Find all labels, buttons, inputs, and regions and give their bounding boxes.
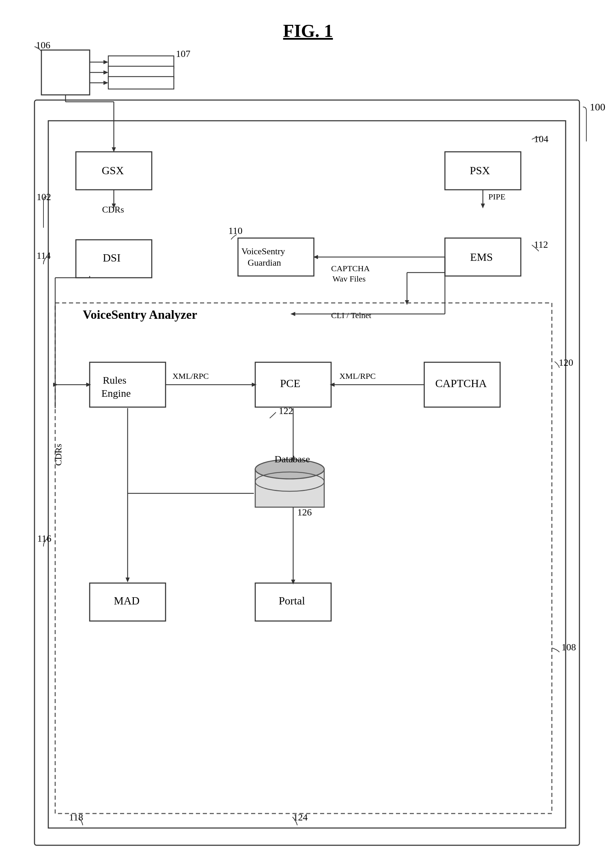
svg-rect-86 [255, 583, 331, 621]
svg-rect-29 [445, 238, 521, 276]
svg-rect-23 [445, 152, 521, 190]
svg-text:PSX: PSX [470, 164, 490, 177]
svg-rect-4 [41, 50, 90, 95]
svg-marker-13 [104, 81, 108, 85]
svg-text:CAPTCHA: CAPTCHA [435, 377, 487, 390]
svg-rect-8 [108, 56, 174, 68]
svg-rect-62 [424, 362, 500, 407]
svg-marker-27 [481, 203, 485, 208]
svg-text:116: 116 [37, 533, 51, 544]
svg-rect-14 [108, 77, 174, 89]
svg-rect-11 [108, 66, 174, 79]
svg-marker-55 [291, 312, 295, 316]
svg-text:122: 122 [279, 405, 293, 416]
svg-rect-59 [255, 362, 331, 407]
svg-text:Rules: Rules [103, 374, 126, 386]
svg-marker-82 [126, 577, 130, 582]
svg-text:100: 100 [590, 101, 605, 112]
diagram-svg: 100 102 106 107 GSX [0, 0, 616, 867]
svg-marker-47 [405, 300, 409, 305]
svg-text:EMS: EMS [470, 251, 493, 263]
svg-text:126: 126 [297, 507, 312, 518]
svg-rect-35 [76, 240, 152, 278]
svg-text:PCE: PCE [280, 377, 300, 390]
svg-text:CDRs: CDRs [102, 205, 124, 215]
svg-text:124: 124 [293, 812, 308, 823]
svg-text:108: 108 [561, 642, 576, 652]
svg-text:Wav Files: Wav Files [333, 274, 366, 283]
svg-marker-34 [112, 203, 116, 208]
svg-text:MAD: MAD [114, 595, 140, 607]
svg-text:XML/RPC: XML/RPC [339, 371, 376, 381]
svg-text:VoiceSentry: VoiceSentry [242, 246, 285, 256]
svg-text:VoiceSentry Analyzer: VoiceSentry Analyzer [83, 308, 197, 321]
svg-marker-72 [86, 382, 91, 387]
svg-text:107: 107 [176, 48, 190, 59]
svg-marker-10 [104, 70, 108, 74]
svg-text:120: 120 [559, 357, 573, 368]
svg-text:Engine: Engine [101, 387, 131, 399]
svg-rect-56 [90, 362, 165, 407]
svg-text:104: 104 [534, 134, 548, 144]
svg-rect-49 [55, 303, 552, 814]
svg-marker-66 [252, 382, 257, 387]
svg-marker-69 [330, 382, 335, 387]
svg-marker-97 [53, 382, 58, 387]
svg-text:CDRs: CDRs [53, 444, 63, 466]
svg-text:GSX: GSX [102, 164, 124, 177]
svg-point-76 [255, 472, 324, 491]
figure-title: FIG. 1 [283, 21, 333, 41]
svg-text:PIPE: PIPE [489, 192, 505, 201]
svg-marker-80 [291, 458, 295, 462]
svg-text:Database: Database [275, 454, 310, 464]
page-container: FIG. 1 100 102 106 107 [0, 0, 616, 867]
svg-marker-7 [104, 60, 108, 64]
svg-marker-20 [112, 147, 116, 152]
svg-text:Guardian: Guardian [248, 258, 281, 268]
svg-text:114: 114 [36, 250, 51, 261]
svg-rect-2 [48, 121, 566, 828]
svg-rect-21 [76, 152, 152, 190]
svg-text:CLI / Telnet: CLI / Telnet [331, 311, 371, 320]
svg-text:110: 110 [228, 225, 242, 236]
svg-text:112: 112 [534, 239, 548, 250]
svg-point-75 [255, 459, 324, 479]
svg-text:CAPTCHA: CAPTCHA [331, 264, 370, 273]
svg-text:DSI: DSI [103, 252, 121, 264]
svg-text:XML/RPC: XML/RPC [173, 371, 209, 381]
svg-text:Portal: Portal [279, 595, 305, 607]
svg-text:106: 106 [36, 40, 50, 50]
svg-marker-42 [313, 255, 318, 259]
svg-rect-0 [35, 100, 580, 845]
svg-text:118: 118 [69, 812, 83, 823]
svg-marker-89 [291, 580, 295, 584]
svg-rect-74 [255, 469, 324, 507]
svg-rect-37 [238, 238, 314, 276]
svg-rect-84 [90, 583, 165, 621]
svg-text:102: 102 [36, 192, 51, 202]
